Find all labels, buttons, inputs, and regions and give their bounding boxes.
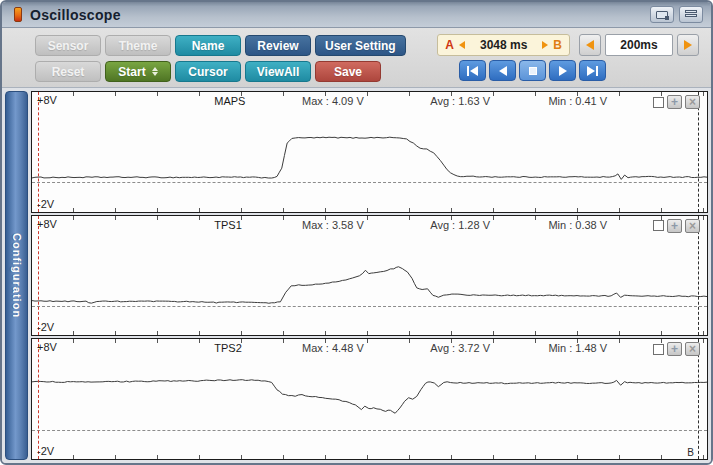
start-spinner-icon xyxy=(152,67,158,76)
maps-waveform xyxy=(32,92,707,212)
bottom-ruler xyxy=(32,455,707,459)
scope-panel-maps: +8V MAPS Max : 4.09 V Avg : 1.63 V Min :… xyxy=(31,91,708,213)
skip-end-button[interactable] xyxy=(579,60,606,81)
step-back-button[interactable] xyxy=(489,60,516,81)
snapshot-button[interactable] xyxy=(650,6,674,23)
channel-checkbox[interactable] xyxy=(653,344,664,355)
tps2-waveform xyxy=(32,339,707,459)
start-button[interactable]: Start xyxy=(105,61,171,82)
step-forward-button[interactable] xyxy=(549,60,576,81)
save-button[interactable]: Save xyxy=(315,61,381,82)
skip-start-icon xyxy=(467,66,469,76)
start-button-label: Start xyxy=(118,65,145,79)
zoom-plus-button[interactable]: + xyxy=(667,95,682,109)
window-title: Oscilloscope xyxy=(30,7,121,23)
skip-end-icon xyxy=(596,66,598,76)
channel-name: MAPS xyxy=(214,95,245,107)
stop-button[interactable] xyxy=(519,60,546,81)
theme-button[interactable]: Theme xyxy=(105,35,171,56)
scale-top-label: +8V xyxy=(37,218,57,230)
max-value: Max : 3.58 V xyxy=(302,219,364,231)
cursor-a-label: A xyxy=(445,38,454,52)
scale-top-label: +8V xyxy=(37,94,57,106)
cursor-b-line[interactable] xyxy=(698,216,699,336)
scale-bottom-label: -2V xyxy=(37,445,54,457)
oscilloscope-window: Oscilloscope Sensor Theme Name Review Us… xyxy=(0,0,713,465)
zoom-plus-button[interactable]: + xyxy=(667,342,682,356)
timebase-value: 200ms xyxy=(605,34,673,56)
max-value: Max : 4.09 V xyxy=(302,95,364,107)
scale-bottom-label: -2V xyxy=(37,198,54,210)
configuration-tab[interactable]: Configuration xyxy=(5,91,28,460)
bottom-ruler xyxy=(32,208,707,212)
plot-area: Configuration +8V MAPS Max : 4.09 V Avg … xyxy=(2,89,711,463)
scale-top-label: +8V xyxy=(37,341,57,353)
channel-checkbox[interactable] xyxy=(653,97,664,108)
ab-range-box: A 3048 ms B xyxy=(437,34,570,56)
zero-volt-line xyxy=(32,306,707,307)
a-marker-icon[interactable] xyxy=(459,41,465,49)
reset-button[interactable]: Reset xyxy=(35,61,101,82)
layout-button[interactable] xyxy=(679,6,703,23)
configuration-tab-label: Configuration xyxy=(11,233,23,318)
cursor-b-label: B xyxy=(553,38,562,52)
step-forward-icon xyxy=(559,66,567,76)
ab-range-value: 3048 ms xyxy=(470,38,537,52)
cursor-a-line[interactable] xyxy=(38,216,39,336)
avg-value: Avg : 3.72 V xyxy=(430,342,490,354)
stop-icon xyxy=(529,67,537,75)
snapshot-icon xyxy=(656,11,668,19)
cursor-button[interactable]: Cursor xyxy=(175,61,241,82)
cursor-b-line[interactable] xyxy=(698,339,699,459)
name-button[interactable]: Name xyxy=(175,35,241,56)
zoom-plus-button[interactable]: + xyxy=(667,219,682,233)
channel-name: TPS2 xyxy=(214,342,242,354)
skip-start-button[interactable] xyxy=(459,60,486,81)
avg-value: Avg : 1.63 V xyxy=(430,95,490,107)
titlebar: Oscilloscope xyxy=(2,2,711,28)
left-arrow-icon xyxy=(586,40,594,50)
close-channel-button[interactable]: × xyxy=(685,219,700,233)
cursor-b-tag: B xyxy=(687,447,694,458)
review-button[interactable]: Review xyxy=(245,35,311,56)
skip-end-icon-tri xyxy=(587,66,595,76)
scope-panel-tps2: +8V TPS2 Max : 4.48 V Avg : 3.72 V Min :… xyxy=(31,338,708,460)
layout-icon xyxy=(685,10,697,19)
cursor-a-line[interactable] xyxy=(38,339,39,459)
sensor-button[interactable]: Sensor xyxy=(35,35,101,56)
scope-panel-tps1: +8V TPS1 Max : 3.58 V Avg : 1.28 V Min :… xyxy=(31,215,708,337)
scale-bottom-label: -2V xyxy=(37,321,54,333)
min-value: Min : 1.48 V xyxy=(548,342,607,354)
channel-checkbox[interactable] xyxy=(653,220,664,231)
user-setting-button[interactable]: User Setting xyxy=(315,35,406,56)
channel-name: TPS1 xyxy=(214,219,242,231)
min-value: Min : 0.38 V xyxy=(548,219,607,231)
avg-value: Avg : 1.28 V xyxy=(430,219,490,231)
zero-volt-line xyxy=(32,430,707,431)
skip-start-icon-tri xyxy=(470,66,478,76)
right-arrow-icon xyxy=(684,40,692,50)
close-channel-button[interactable]: × xyxy=(685,95,700,109)
close-channel-button[interactable]: × xyxy=(685,342,700,356)
bottom-ruler xyxy=(32,331,707,335)
step-back-icon xyxy=(499,66,507,76)
min-value: Min : 0.41 V xyxy=(548,95,607,107)
zero-volt-line xyxy=(32,182,707,183)
b-marker-icon[interactable] xyxy=(542,41,548,49)
viewall-button[interactable]: ViewAll xyxy=(245,61,311,82)
cursor-b-line[interactable] xyxy=(698,92,699,212)
timebase-decrease-button[interactable] xyxy=(579,34,601,56)
app-icon xyxy=(14,7,22,22)
max-value: Max : 4.48 V xyxy=(302,342,364,354)
cursor-a-line[interactable] xyxy=(38,92,39,212)
tps1-waveform xyxy=(32,216,707,336)
toolbar: Sensor Theme Name Review User Setting Re… xyxy=(2,28,711,88)
timebase-increase-button[interactable] xyxy=(677,34,699,56)
